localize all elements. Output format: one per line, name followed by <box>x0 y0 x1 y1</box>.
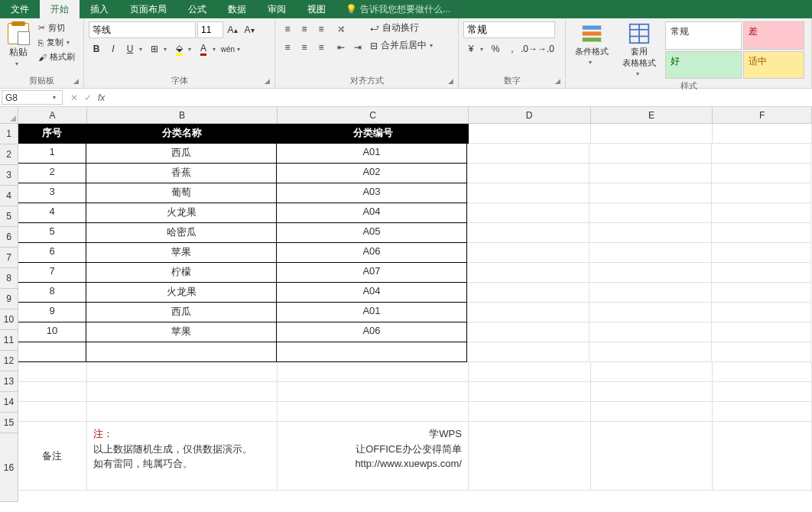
cell-blank[interactable] <box>278 402 469 422</box>
header-seq[interactable]: 序号 <box>18 124 87 144</box>
cell-blank[interactable] <box>18 362 87 382</box>
tab-view[interactable]: 视图 <box>297 0 336 18</box>
cell-empty[interactable] <box>467 263 590 283</box>
cell-empty[interactable] <box>590 243 712 263</box>
format-as-table-button[interactable]: 套用 表格格式▾ <box>618 21 661 79</box>
fill-color-button[interactable]: ⬙ <box>171 41 187 57</box>
cell-seq-4[interactable]: 5 <box>18 222 86 243</box>
tab-layout[interactable]: 页面布局 <box>119 0 177 18</box>
cell-code-2[interactable]: A03 <box>276 183 467 203</box>
cell-empty[interactable] <box>591 422 713 491</box>
comma-button[interactable]: , <box>505 41 520 57</box>
font-color-button[interactable]: A <box>196 41 211 57</box>
cell-code-3[interactable]: A04 <box>276 203 467 223</box>
percent-button[interactable]: % <box>488 41 503 57</box>
bold-button[interactable]: B <box>89 41 104 57</box>
font-size-select[interactable] <box>197 21 223 38</box>
cell-name-1[interactable]: 香蕉 <box>86 163 277 183</box>
conditional-format-button[interactable]: 条件格式▾ <box>570 21 613 79</box>
fx-button[interactable]: fx <box>98 92 105 103</box>
col-head-D[interactable]: D <box>469 107 591 124</box>
footer-beizhu[interactable]: 备注 <box>18 422 87 491</box>
cell-blank[interactable] <box>469 382 591 402</box>
tab-home[interactable]: 开始 <box>40 0 80 18</box>
cell-empty[interactable] <box>467 203 590 223</box>
cell-empty[interactable] <box>712 263 811 283</box>
col-head-C[interactable]: C <box>278 107 469 124</box>
footer-note[interactable]: 注：以上数据随机生成，仅供数据演示。如有雷同，纯属巧合。 <box>87 422 278 491</box>
tab-file[interactable]: 文件 <box>0 0 40 18</box>
row-head-14[interactable]: 14 <box>0 392 18 413</box>
format-painter-button[interactable]: 🖌格式刷 <box>37 50 76 63</box>
cell-seq-2[interactable]: 3 <box>18 183 86 203</box>
cell-name-0[interactable]: 西瓜 <box>86 143 277 164</box>
cut-button[interactable]: ✂剪切 <box>37 21 76 34</box>
align-launcher[interactable]: ◢ <box>448 77 453 85</box>
cell-empty[interactable] <box>467 223 590 243</box>
cell-code-8[interactable]: A01 <box>276 302 467 322</box>
underline-button[interactable]: U <box>122 41 138 57</box>
style-bad[interactable]: 差 <box>743 21 804 50</box>
cancel-formula-button[interactable]: ✕ <box>70 92 78 103</box>
cell-blank[interactable] <box>87 362 278 382</box>
cell-blank[interactable] <box>278 362 469 382</box>
cell-empty[interactable] <box>467 243 590 263</box>
cell-empty[interactable] <box>467 283 590 303</box>
align-center-button[interactable]: ≡ <box>297 40 312 55</box>
cell-blank[interactable] <box>87 382 278 402</box>
cell-blank[interactable] <box>591 402 713 422</box>
cell-name-2[interactable]: 葡萄 <box>86 183 277 203</box>
row-head-9[interactable]: 9 <box>0 289 18 309</box>
cell-empty-a12[interactable] <box>18 342 86 362</box>
cell-name-7[interactable]: 火龙果 <box>86 282 277 303</box>
style-normal[interactable]: 常规 <box>665 21 742 50</box>
cell-code-6[interactable]: A07 <box>276 262 467 283</box>
cell-empty[interactable] <box>712 283 811 303</box>
col-head-A[interactable]: A <box>18 107 87 124</box>
cell-seq-8[interactable]: 9 <box>18 302 86 322</box>
cell-empty[interactable] <box>712 203 811 223</box>
select-all-corner[interactable] <box>0 107 18 124</box>
header-name[interactable]: 分类名称 <box>87 124 278 144</box>
cell-empty[interactable] <box>590 303 712 322</box>
cell-empty[interactable] <box>469 422 591 491</box>
cell-empty[interactable] <box>467 144 590 164</box>
font-name-select[interactable] <box>89 21 196 38</box>
italic-button[interactable]: I <box>106 41 121 57</box>
align-right-button[interactable]: ≡ <box>313 40 329 55</box>
tab-insert[interactable]: 插入 <box>80 0 119 18</box>
style-neutral[interactable]: 适中 <box>743 51 804 79</box>
number-format-select[interactable] <box>463 21 555 38</box>
align-top-button[interactable]: ≡ <box>280 21 295 37</box>
merge-center-button[interactable]: ⊟合并后居中▾ <box>370 39 436 52</box>
row-head-13[interactable]: 13 <box>0 371 18 392</box>
row-head-15[interactable]: 15 <box>0 413 18 433</box>
cell-empty[interactable] <box>590 263 712 283</box>
copy-button[interactable]: ⎘复制▾ <box>37 36 76 49</box>
row-head-6[interactable]: 6 <box>0 227 18 248</box>
cell-seq-0[interactable]: 1 <box>18 143 86 164</box>
cell-empty[interactable] <box>469 124 591 144</box>
cell-blank[interactable] <box>591 382 713 402</box>
wrap-text-button[interactable]: ⮐自动换行 <box>370 21 436 34</box>
cell-code-7[interactable]: A04 <box>276 282 467 303</box>
cell-blank[interactable] <box>713 362 812 382</box>
clipboard-launcher[interactable]: ◢ <box>73 77 79 85</box>
cell-empty[interactable] <box>590 342 712 362</box>
row-head-7[interactable]: 7 <box>0 248 18 268</box>
cell-empty[interactable] <box>590 283 712 303</box>
cell-seq-9[interactable]: 10 <box>18 322 86 342</box>
cell-empty[interactable] <box>590 322 712 342</box>
cell-blank[interactable] <box>87 402 278 422</box>
enter-formula-button[interactable]: ✓ <box>84 92 92 103</box>
row-head-12[interactable]: 12 <box>0 351 18 371</box>
cell-empty[interactable] <box>590 183 712 203</box>
row-head-16[interactable]: 16 <box>0 433 18 502</box>
row-head-11[interactable]: 11 <box>0 330 18 351</box>
cell-code-1[interactable]: A02 <box>276 163 467 183</box>
cell-empty-b12[interactable] <box>86 342 277 362</box>
cell-name-9[interactable]: 苹果 <box>86 322 277 342</box>
cell-empty[interactable] <box>712 342 811 362</box>
currency-button[interactable]: ¥ <box>463 41 479 57</box>
cell-blank[interactable] <box>18 402 87 422</box>
